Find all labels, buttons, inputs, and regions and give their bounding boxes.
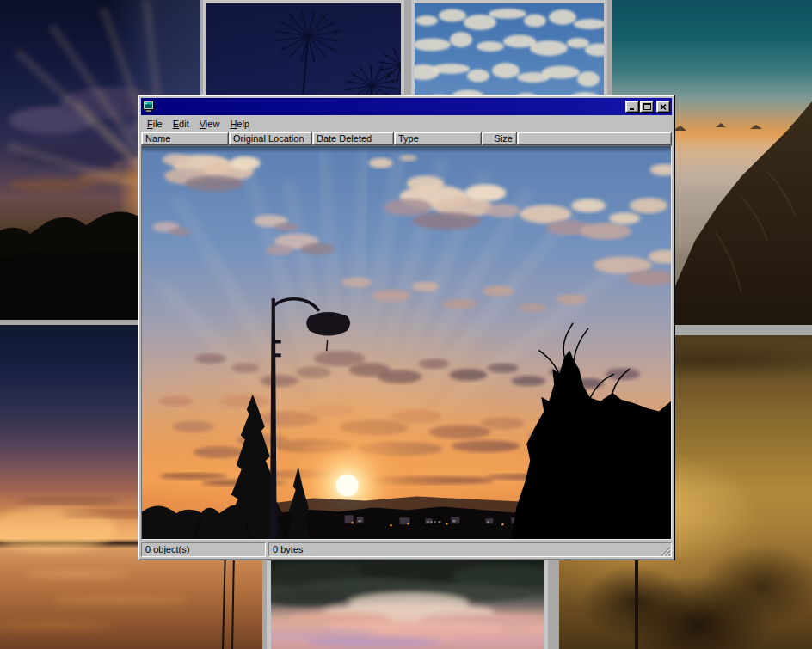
column-headers: NameOriginal LocationDate DeletedTypeSiz…: [141, 132, 672, 145]
water-reflections-photo: [267, 554, 548, 649]
column-label: Name: [145, 133, 170, 144]
column-header-original-location[interactable]: Original Location: [229, 132, 312, 145]
minimize-button[interactable]: [625, 101, 639, 113]
column-header-date-deleted[interactable]: Date Deleted: [312, 132, 394, 145]
maximize-icon: [643, 103, 651, 110]
menu-help[interactable]: Help: [225, 118, 255, 130]
status-bytes-panel: 0 bytes: [268, 542, 672, 557]
close-button[interactable]: [656, 101, 670, 113]
column-header-size[interactable]: Size: [482, 132, 517, 145]
computer-icon: [143, 101, 155, 113]
column-label: Size: [495, 133, 513, 144]
menu-file[interactable]: File: [142, 118, 168, 130]
column-header-blank[interactable]: [517, 132, 672, 145]
status-bar: 0 object(s) 0 bytes: [141, 542, 672, 557]
menu-edit[interactable]: Edit: [168, 118, 194, 130]
column-header-name[interactable]: Name: [141, 132, 229, 145]
reflections-decor: [271, 559, 544, 649]
sunset-lamp-photo: [142, 146, 671, 539]
column-label: Type: [398, 133, 419, 144]
sun-core: [336, 475, 359, 497]
column-header-type[interactable]: Type: [394, 132, 482, 145]
minimize-icon: [629, 104, 636, 110]
status-objects: 0 object(s): [141, 542, 266, 557]
recycle-bin-window: FileEditViewHelp NameOriginal LocationDa…: [138, 95, 675, 560]
menu-bar: FileEditViewHelp: [141, 116, 672, 131]
lamp-head: [306, 312, 350, 336]
status-bytes: 0 bytes: [273, 544, 303, 554]
water-reflections-inner: [271, 559, 544, 649]
pole-silhouette: [635, 557, 638, 649]
window-controls: [625, 101, 670, 113]
close-icon: [660, 104, 667, 110]
desktop: FileEditViewHelp NameOriginal LocationDa…: [0, 0, 812, 649]
column-label: Date Deleted: [317, 133, 372, 144]
resize-grip[interactable]: [660, 545, 671, 556]
list-view[interactable]: [141, 145, 672, 540]
maximize-button[interactable]: [640, 101, 654, 113]
column-label: Original Location: [233, 133, 304, 144]
menu-view[interactable]: View: [194, 118, 225, 130]
top-vignette: [142, 146, 671, 153]
title-bar[interactable]: [141, 98, 672, 115]
